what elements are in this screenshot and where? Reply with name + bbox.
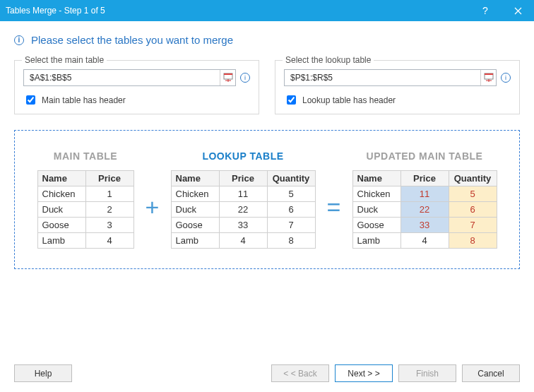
range-selector-icon xyxy=(223,73,233,83)
title-bar: Tables Merge - Step 1 of 5 ? xyxy=(0,0,534,21)
updated-table-title: UPDATED MAIN TABLE xyxy=(352,150,497,162)
main-range-input[interactable] xyxy=(24,70,220,85)
main-has-header-row[interactable]: Main table has header xyxy=(23,93,250,107)
lookup-has-header-row[interactable]: Lookup table has header xyxy=(284,93,511,107)
lookup-range-input[interactable] xyxy=(285,70,480,85)
table-cell: Chicken xyxy=(352,186,400,202)
back-button[interactable]: < < Back xyxy=(271,364,329,382)
table-header-cell: Name xyxy=(37,171,85,186)
table-row: Duck226 xyxy=(352,202,497,218)
main-range-collapse-button[interactable] xyxy=(220,70,235,85)
table-cell: Goose xyxy=(171,218,219,233)
table-cell: Duck xyxy=(352,202,400,218)
titlebar-close-button[interactable] xyxy=(502,0,534,21)
table-row: Goose337 xyxy=(171,218,315,233)
main-table-title: MAIN TABLE xyxy=(37,150,134,162)
info-icon[interactable]: i xyxy=(501,73,511,83)
main-select-legend: Select the main table xyxy=(22,55,107,65)
table-cell: 33 xyxy=(400,218,449,233)
plus-icon: + xyxy=(143,178,162,221)
table-cell: Lamb xyxy=(37,233,85,249)
table-row: Duck2 xyxy=(37,202,134,218)
illustration-panel: MAIN TABLE NamePriceChicken1Duck2Goose3L… xyxy=(14,130,520,269)
table-cell: Goose xyxy=(37,218,85,233)
table-header-cell: Price xyxy=(400,171,449,186)
svg-rect-3 xyxy=(485,73,493,75)
lookup-range-collapse-button[interactable] xyxy=(480,70,496,85)
next-button[interactable]: Next > > xyxy=(335,364,393,382)
table-header-cell: Price xyxy=(219,171,267,186)
help-button[interactable]: Help xyxy=(14,364,72,382)
table-cell: Chicken xyxy=(37,186,85,202)
lookup-range-wrapper xyxy=(284,69,497,86)
table-cell: 6 xyxy=(449,202,497,218)
cancel-button[interactable]: Cancel xyxy=(462,364,520,382)
table-cell: 1 xyxy=(85,186,134,202)
updated-table-grid: NamePriceQuantityChicken115Duck226Goose3… xyxy=(352,170,497,249)
lookup-table-grid: NamePriceQuantityChicken115Duck226Goose3… xyxy=(171,170,316,249)
lookup-select-legend: Select the lookup table xyxy=(283,55,374,65)
svg-rect-1 xyxy=(224,73,232,75)
table-cell: 5 xyxy=(449,186,497,202)
table-cell: 7 xyxy=(449,218,497,233)
table-row: Chicken115 xyxy=(352,186,497,202)
finish-button[interactable]: Finish xyxy=(398,364,456,382)
table-cell: 8 xyxy=(267,233,315,249)
range-selector-icon xyxy=(484,73,494,83)
lookup-has-header-checkbox[interactable] xyxy=(287,95,296,105)
table-header-cell: Name xyxy=(171,171,219,186)
table-row: Chicken115 xyxy=(171,186,315,202)
table-cell: 8 xyxy=(449,233,497,249)
table-row: Lamb48 xyxy=(171,233,315,249)
table-cell: 2 xyxy=(85,202,134,218)
instruction-row: i Please select the tables you want to m… xyxy=(14,34,520,46)
table-header-cell: Quantity xyxy=(267,171,315,186)
table-cell: 5 xyxy=(267,186,315,202)
table-cell: Lamb xyxy=(352,233,400,249)
lookup-has-header-label: Lookup table has header xyxy=(302,95,396,105)
table-row: Goose337 xyxy=(352,218,497,233)
table-cell: 7 xyxy=(267,218,315,233)
main-has-header-checkbox[interactable] xyxy=(26,95,35,105)
table-cell: Lamb xyxy=(171,233,219,249)
illustration-lookup-table: LOOKUP TABLE NamePriceQuantityChicken115… xyxy=(171,150,316,249)
table-row: Goose3 xyxy=(37,218,134,233)
table-row: Duck226 xyxy=(171,202,315,218)
main-table-grid: NamePriceChicken1Duck2Goose3Lamb4 xyxy=(37,170,134,249)
table-cell: Goose xyxy=(352,218,400,233)
main-table-select-panel: Select the main table i Main tab xyxy=(14,60,259,114)
illustration-updated-table: UPDATED MAIN TABLE NamePriceQuantityChic… xyxy=(352,150,497,249)
table-cell: 11 xyxy=(219,186,267,202)
titlebar-help-button[interactable]: ? xyxy=(469,0,502,21)
table-header-cell: Price xyxy=(85,171,134,186)
table-cell: 22 xyxy=(400,202,449,218)
table-cell: Chicken xyxy=(171,186,219,202)
table-cell: 4 xyxy=(219,233,267,249)
main-range-wrapper xyxy=(23,69,236,86)
footer-bar: Help < < Back Next > > Finish Cancel xyxy=(0,356,534,392)
info-icon: i xyxy=(14,35,24,45)
lookup-table-select-panel: Select the lookup table i Lookup xyxy=(275,60,520,114)
table-cell: Duck xyxy=(37,202,85,218)
lookup-table-title: LOOKUP TABLE xyxy=(171,150,316,162)
table-cell: 6 xyxy=(267,202,315,218)
table-cell: 4 xyxy=(85,233,134,249)
table-cell: Duck xyxy=(171,202,219,218)
window-title: Tables Merge - Step 1 of 5 xyxy=(6,6,469,16)
table-cell: 4 xyxy=(400,233,449,249)
info-icon[interactable]: i xyxy=(240,73,250,83)
main-has-header-label: Main table has header xyxy=(42,95,126,105)
table-cell: 3 xyxy=(85,218,134,233)
equals-icon: = xyxy=(324,178,344,221)
instruction-text: Please select the tables you want to mer… xyxy=(31,34,233,46)
table-header-cell: Quantity xyxy=(449,171,497,186)
table-row: Lamb48 xyxy=(352,233,497,249)
illustration-main-table: MAIN TABLE NamePriceChicken1Duck2Goose3L… xyxy=(37,150,134,249)
table-cell: 11 xyxy=(400,186,449,202)
table-row: Lamb4 xyxy=(37,233,134,249)
table-header-cell: Name xyxy=(352,171,400,186)
table-cell: 22 xyxy=(219,202,267,218)
table-cell: 33 xyxy=(219,218,267,233)
table-row: Chicken1 xyxy=(37,186,134,202)
